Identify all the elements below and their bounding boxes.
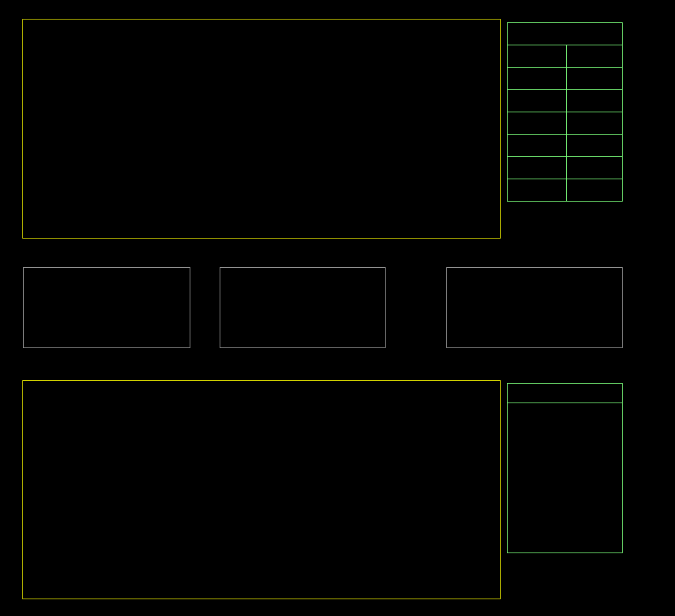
fof2-value xyxy=(567,45,622,67)
table-row-fxi xyxy=(508,112,622,134)
bottom-ionogram-plot xyxy=(22,380,501,599)
hes-label xyxy=(508,179,567,201)
top-ionogram-plot xyxy=(22,19,501,239)
top-ionogram-canvas xyxy=(23,20,500,238)
autoscala-table-header xyxy=(508,23,622,45)
aip-output-table xyxy=(507,383,623,553)
fof2-label xyxy=(508,45,567,67)
autoscala-ionogram-screen xyxy=(0,0,675,616)
muf3000f2-value xyxy=(567,68,622,89)
ftes-value xyxy=(567,157,622,179)
fof1-value xyxy=(567,135,622,156)
aip-table-header xyxy=(508,384,622,403)
table-row-hes xyxy=(508,179,622,201)
table-row-fof2 xyxy=(508,45,622,67)
thumbnail-evidence-f2-canvas xyxy=(447,268,622,347)
table-row-fof1 xyxy=(508,134,622,156)
autoscala-output-table xyxy=(507,22,623,202)
fof1-label xyxy=(508,135,567,156)
table-row-muf3000f2 xyxy=(508,67,622,89)
ftes-label xyxy=(508,157,567,179)
aip-table-rows xyxy=(508,403,622,410)
bottom-ionogram-canvas xyxy=(23,381,500,599)
m3000f2-value xyxy=(567,90,622,112)
m3000f2-label xyxy=(508,90,567,112)
thumbnail-eliminate-multiples xyxy=(220,267,386,348)
thumbnail-evidence-f2-trace xyxy=(446,267,623,348)
thumbnail-original-ionogram xyxy=(23,267,190,348)
fxi-label xyxy=(508,112,567,134)
thumbnail-original-canvas xyxy=(24,268,190,347)
table-row-m3000f2 xyxy=(508,89,622,112)
table-row-ftes xyxy=(508,156,622,179)
muf3000f2-label xyxy=(508,68,567,89)
hes-value xyxy=(567,179,622,201)
thumbnail-eliminate-multiples-canvas xyxy=(220,268,385,347)
fxi-value xyxy=(567,112,622,134)
